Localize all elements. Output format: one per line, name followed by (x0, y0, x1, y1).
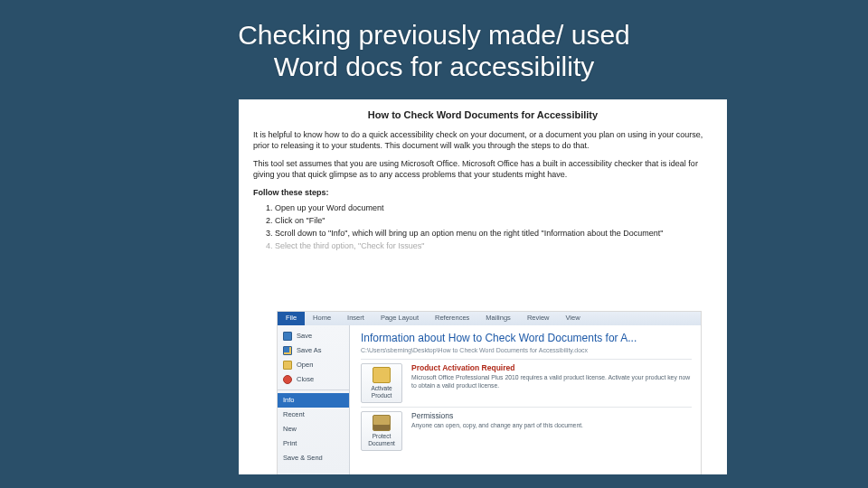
permissions-row: Protect Document Permissions Anyone can … (361, 407, 692, 455)
doc-step-1: Open up your Word document (275, 202, 712, 213)
info-path: C:\Users\sberning\Desktop\How to Check W… (361, 346, 692, 354)
tab-mailings[interactable]: Mailings (477, 312, 519, 325)
open-icon (283, 361, 292, 370)
activation-row: Activate Product Product Activation Requ… (361, 359, 692, 407)
activate-product-button[interactable]: Activate Product (361, 363, 402, 403)
sidebar-item-open[interactable]: Open (278, 358, 349, 372)
activation-heading: Product Activation Required (411, 363, 692, 373)
tab-home[interactable]: Home (305, 312, 339, 325)
tab-references[interactable]: References (427, 312, 477, 325)
ribbon-tabs: File Home Insert Page Layout References … (278, 312, 701, 325)
tab-file[interactable]: File (278, 312, 305, 325)
doc-paragraph-1: It is helpful to know how to do a quick … (253, 129, 712, 151)
sidebar-item-save-as[interactable]: Save As (278, 343, 349, 358)
doc-follow-label: Follow these steps: (253, 187, 712, 198)
sidebar-item-new[interactable]: New (278, 422, 349, 436)
sidebar-item-recent[interactable]: Recent (278, 408, 349, 422)
word-backstage-screenshot: File Home Insert Page Layout References … (277, 311, 702, 474)
sidebar-item-save-send[interactable]: Save & Send (278, 451, 349, 465)
permissions-heading: Permissions (411, 411, 692, 421)
protect-document-button[interactable]: Protect Document (361, 411, 402, 451)
lock-icon (373, 415, 391, 431)
tab-view[interactable]: View (557, 312, 588, 325)
key-icon (373, 367, 391, 383)
sidebar-item-save[interactable]: Save (278, 329, 349, 343)
title-line-1: Checking previously made/ used (238, 20, 630, 50)
slide-title: Checking previously made/ used Word docs… (0, 0, 868, 82)
info-title: Information about How to Check Word Docu… (361, 331, 692, 345)
doc-paragraph-2: This tool set assumes that you are using… (253, 158, 712, 180)
tab-insert[interactable]: Insert (339, 312, 373, 325)
save-as-icon (283, 346, 292, 355)
backstage-main: Information about How to Check Word Docu… (350, 325, 701, 474)
save-icon (283, 332, 292, 341)
sidebar-item-print[interactable]: Print (278, 436, 349, 451)
sidebar-item-close[interactable]: Close (278, 372, 349, 387)
doc-heading: How to Check Word Documents for Accessib… (253, 108, 712, 122)
title-line-2: Word docs for accessibility (274, 52, 595, 81)
doc-step-2: Click on "File" (275, 215, 712, 226)
backstage-sidebar: Save Save As Open Close Info Recent New … (278, 325, 350, 474)
close-icon (283, 375, 292, 384)
document-panel: How to Check Word Documents for Accessib… (239, 99, 727, 474)
tab-page-layout[interactable]: Page Layout (373, 312, 427, 325)
doc-steps: Open up your Word document Click on "Fil… (253, 202, 712, 252)
activation-body: Microsoft Office Professional Plus 2010 … (411, 374, 692, 389)
sidebar-divider (278, 389, 349, 390)
sidebar-item-info[interactable]: Info (278, 393, 349, 408)
doc-step-3: Scroll down to "Info", which will bring … (275, 228, 712, 239)
doc-step-4: Select the third option, "Check for Issu… (275, 240, 712, 251)
permissions-body: Anyone can open, copy, and change any pa… (411, 422, 692, 429)
tab-review[interactable]: Review (519, 312, 558, 325)
